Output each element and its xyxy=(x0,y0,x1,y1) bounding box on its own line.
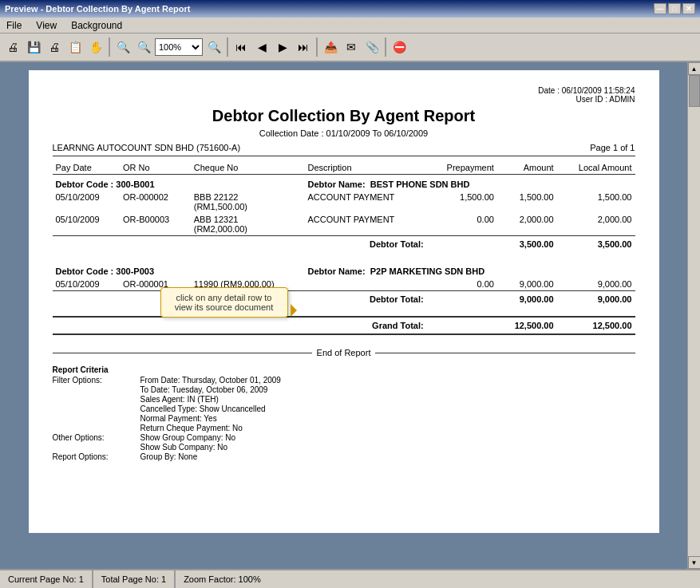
table-header-row: Pay Date OR No Cheque No Description Pre… xyxy=(53,161,635,175)
cell-cheque-no: BBB 22122 (RM1,500.00) xyxy=(191,191,305,213)
title-bar: Preview - Debtor Collection By Agent Rep… xyxy=(0,0,700,18)
toolbar-export-button[interactable]: 📤 xyxy=(321,37,340,57)
grand-total-amount: 12,500.00 xyxy=(497,317,557,334)
close-button[interactable]: ✕ xyxy=(682,3,695,14)
status-current-page: Current Page No: 1 xyxy=(0,570,93,588)
cell-pay-date: 05/10/2009 xyxy=(53,191,121,213)
toolbar-new-button[interactable]: 🖨 xyxy=(3,37,22,57)
toolbar-btn5[interactable]: ✋ xyxy=(86,37,105,57)
criteria-other-line-0: Show Group Company: No xyxy=(140,433,635,442)
grand-total-local: 12,500.00 xyxy=(557,317,635,334)
toolbar-btn-x[interactable]: 📎 xyxy=(362,37,382,57)
criteria-filter-line-3: Cancelled Type: Show Uncancelled xyxy=(140,404,635,413)
toolbar-sep3 xyxy=(316,37,318,57)
criteria-filter-line-0: From Date: Thursday, October 01, 2009 xyxy=(140,376,635,385)
zoom-select[interactable]: 100% xyxy=(155,38,203,56)
cell-description xyxy=(305,278,427,291)
debtor1-total-local: 3,500.00 xyxy=(557,236,635,253)
cell-cheque-no: ABB 12321 (RM2,000.00) xyxy=(191,213,305,236)
cell-local-amount: 2,000.00 xyxy=(557,213,635,236)
report-subtitle: Collection Date : 01/10/2009 To 06/10/20… xyxy=(53,128,635,138)
criteria-other-line-1: Show Sub Company: No xyxy=(140,443,635,452)
toolbar-zoom-in-button[interactable]: 🔍 xyxy=(134,37,153,57)
col-pay-date: Pay Date xyxy=(53,161,121,175)
col-amount: Amount xyxy=(497,161,557,175)
cell-pay-date: 05/10/2009 xyxy=(53,278,121,291)
col-local-amount: Local Amount xyxy=(557,161,635,175)
criteria-filter-row-1: To Date: Tuesday, October 06, 2009 xyxy=(53,385,635,394)
debtor2-total-amount: 9,000.00 xyxy=(497,291,557,308)
criteria-filter-line-1: To Date: Tuesday, October 06, 2009 xyxy=(140,385,635,394)
cell-amount: 2,000.00 xyxy=(497,213,557,236)
report-page-info: Page 1 of 1 xyxy=(590,143,635,152)
table-row[interactable]: 05/10/2009 OR-000001 11990 (RM9,000.00) … xyxy=(53,278,635,291)
end-text: End of Report xyxy=(317,348,371,357)
toolbar-sep1 xyxy=(109,37,110,57)
criteria-filter-row: Filter Options: From Date: Thursday, Oct… xyxy=(53,376,635,385)
report-table: Pay Date OR No Cheque No Description Pre… xyxy=(53,161,635,335)
criteria-filter-label: Filter Options: xyxy=(53,376,140,385)
toolbar-nav-prev[interactable]: ◀ xyxy=(252,37,271,57)
right-scrollbar[interactable]: ▲ ▼ xyxy=(687,62,700,569)
cell-description: ACCOUNT PAYMENT xyxy=(305,191,427,213)
cell-description: ACCOUNT PAYMENT xyxy=(305,213,427,236)
col-or-no: OR No xyxy=(120,161,191,175)
toolbar-save-button[interactable]: 🖨 xyxy=(45,37,64,57)
toolbar-open-button[interactable]: 💾 xyxy=(24,37,43,57)
menu-bar: File View Background xyxy=(0,18,700,34)
cell-prepayment: 0.00 xyxy=(427,278,497,291)
toolbar-sep2 xyxy=(227,37,228,57)
report-meta: Date : 06/10/2009 11:58:24 User ID : ADM… xyxy=(53,86,635,104)
col-description: Description xyxy=(305,161,427,175)
debtor2-total-local: 9,000.00 xyxy=(557,291,635,308)
report-title: Debtor Collection By Agent Report xyxy=(53,107,635,125)
criteria-filter-row-5: Return Cheque Payment: No xyxy=(53,424,635,432)
grand-total-label: Grand Total: xyxy=(53,317,427,334)
scroll-down-button[interactable]: ▼ xyxy=(688,556,701,569)
status-total-page: Total Page No: 1 xyxy=(93,570,176,588)
toolbar-nav-next[interactable]: ▶ xyxy=(273,37,292,57)
window-title: Preview - Debtor Collection By Agent Rep… xyxy=(5,4,190,14)
scroll-thumb[interactable] xyxy=(689,75,700,107)
toolbar-nav-first[interactable]: ⏮ xyxy=(231,37,251,57)
debtor-header-row-2: Debtor Code : 300-P003 Debtor Name: P2P … xyxy=(53,262,635,278)
window-controls: — □ ✕ xyxy=(654,3,695,14)
criteria-filter-line-2: Sales Agent: IN (TEH) xyxy=(140,395,635,404)
col-cheque-no: Cheque No xyxy=(191,161,305,175)
toolbar-fit-button[interactable]: 🔍 xyxy=(204,37,223,57)
report-page: Date : 06/10/2009 11:58:24 User ID : ADM… xyxy=(29,70,659,533)
menu-background[interactable]: Background xyxy=(68,18,125,33)
report-company: LEARNNG AUTOCOUNT SDN BHD (751600-A) xyxy=(53,143,241,152)
report-company-line: LEARNNG AUTOCOUNT SDN BHD (751600-A) Pag… xyxy=(53,143,635,156)
toolbar-btn4[interactable]: 📋 xyxy=(65,37,85,57)
spacer-row-2 xyxy=(53,307,635,317)
toolbar-sep4 xyxy=(385,37,386,57)
toolbar-zoom-out-button[interactable]: 🔍 xyxy=(113,37,132,57)
debtor1-total-label: Debtor Total: xyxy=(53,236,427,253)
end-line-right xyxy=(375,353,635,353)
grand-total-row: Grand Total: 12,500.00 12,500.00 xyxy=(53,317,635,334)
cell-prepayment: 0.00 xyxy=(427,213,497,236)
report-user: User ID : ADMIN xyxy=(53,95,635,104)
main-area: Date : 06/10/2009 11:58:24 User ID : ADM… xyxy=(0,62,700,569)
criteria-filter-row-3: Cancelled Type: Show Uncancelled xyxy=(53,404,635,413)
toolbar: 🖨 💾 🖨 📋 ✋ 🔍 🔍 100% 🔍 ⏮ ◀ ▶ ⏭ 📤 ✉ 📎 ⛔ xyxy=(0,34,700,62)
scroll-up-button[interactable]: ▲ xyxy=(688,62,701,75)
criteria-other-label: Other Options: xyxy=(53,433,140,442)
debtor2-code-label: Debtor Code : 300-P003 xyxy=(53,262,191,278)
table-row[interactable]: 05/10/2009 OR-B00003 ABB 12321 (RM2,000.… xyxy=(53,213,635,236)
report-scroll-area[interactable]: Date : 06/10/2009 11:58:24 User ID : ADM… xyxy=(0,62,687,569)
cell-prepayment: 1,500.00 xyxy=(427,191,497,213)
menu-view[interactable]: View xyxy=(33,18,60,33)
toolbar-nav-last[interactable]: ⏭ xyxy=(294,37,313,57)
criteria-title: Report Criteria xyxy=(53,365,635,374)
menu-file[interactable]: File xyxy=(3,18,25,33)
toolbar-stop-button[interactable]: ⛔ xyxy=(390,37,409,57)
toolbar-email-button[interactable]: ✉ xyxy=(342,37,361,57)
debtor1-code-label: Debtor Code : 300-B001 xyxy=(53,175,191,191)
table-row[interactable]: 05/10/2009 OR-000002 BBB 22122 (RM1,500.… xyxy=(53,191,635,213)
cell-or-no: OR-000002 xyxy=(120,191,191,213)
minimize-button[interactable]: — xyxy=(654,3,666,14)
maximize-button[interactable]: □ xyxy=(668,3,681,14)
criteria-section: Report Criteria Filter Options: From Dat… xyxy=(53,365,635,461)
